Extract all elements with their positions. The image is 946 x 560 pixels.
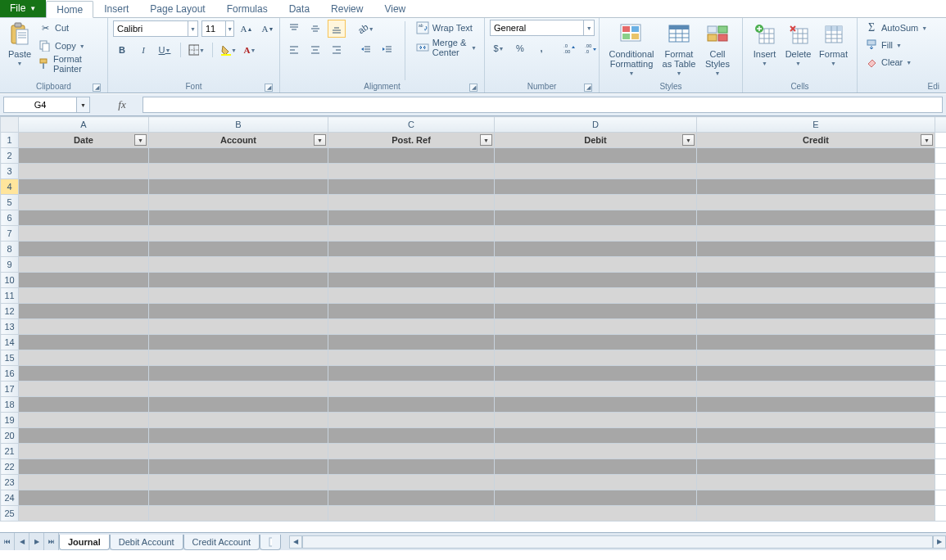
row-header-12[interactable]: 12	[1, 304, 19, 319]
filter-button[interactable]: ▼	[134, 134, 147, 146]
cell-E16[interactable]	[697, 366, 935, 382]
cell-E7[interactable]	[697, 226, 935, 242]
increase-font-button[interactable]: A▲	[238, 20, 256, 38]
cell-E8[interactable]	[697, 242, 935, 257]
cell-E2[interactable]	[697, 148, 935, 164]
cell-C24[interactable]	[328, 490, 495, 506]
dialog-launcher[interactable]: ◢	[584, 84, 592, 92]
filter-button[interactable]: ▼	[480, 134, 492, 146]
cell-D19[interactable]	[495, 413, 697, 428]
row-header-2[interactable]: 2	[1, 148, 19, 164]
increase-decimal-button[interactable]: .0.00	[560, 39, 578, 57]
cell-A13[interactable]	[19, 319, 149, 335]
cell-gutter[interactable]	[935, 428, 947, 444]
cell-C22[interactable]	[328, 459, 495, 475]
cell-A12[interactable]	[19, 304, 149, 319]
cell-gutter[interactable]	[935, 350, 947, 366]
cell-gutter[interactable]	[935, 459, 947, 475]
align-top-button[interactable]	[285, 20, 303, 38]
cell-E4[interactable]	[697, 179, 935, 195]
cell-gutter[interactable]	[935, 366, 947, 382]
row-header-11[interactable]: 11	[1, 288, 19, 304]
cell-E13[interactable]	[697, 319, 935, 335]
align-center-button[interactable]	[306, 41, 324, 59]
cell-gutter[interactable]	[935, 148, 947, 164]
cell-B25[interactable]	[149, 506, 328, 522]
cell-gutter[interactable]	[935, 226, 947, 242]
cell-D16[interactable]	[495, 366, 697, 382]
cell-A11[interactable]	[19, 288, 149, 304]
name-box[interactable]: ▼	[3, 97, 102, 113]
cell-B12[interactable]	[149, 304, 328, 319]
cell-E3[interactable]	[697, 164, 935, 179]
cell-A14[interactable]	[19, 335, 149, 350]
row-header-23[interactable]: 23	[1, 475, 19, 490]
decrease-font-button[interactable]: A▼	[259, 20, 277, 38]
cell-D5[interactable]	[495, 195, 697, 210]
cell-C16[interactable]	[328, 366, 495, 382]
cell-A2[interactable]	[19, 148, 149, 164]
cell-gutter[interactable]	[935, 257, 947, 273]
dialog-launcher[interactable]: ◢	[469, 84, 478, 92]
cell-gutter[interactable]	[935, 335, 947, 350]
row-header-24[interactable]: 24	[1, 490, 19, 506]
ribbon-tab-home[interactable]: Home	[46, 1, 93, 18]
filter-button[interactable]: ▼	[314, 134, 326, 146]
table-header-date[interactable]: Date▼	[19, 133, 149, 148]
ribbon-tab-view[interactable]: View	[373, 0, 416, 17]
orientation-button[interactable]: ab▼	[357, 20, 375, 38]
row-header-10[interactable]: 10	[1, 273, 19, 288]
cell-A8[interactable]	[19, 242, 149, 257]
sheet-nav-prev[interactable]: ◀	[15, 533, 29, 550]
ribbon-tab-insert[interactable]: Insert	[93, 0, 139, 17]
cell-E22[interactable]	[697, 459, 935, 475]
font-name-combo[interactable]: ▼	[113, 20, 198, 37]
row-header-16[interactable]: 16	[1, 366, 19, 382]
cell-D22[interactable]	[495, 459, 697, 475]
cell-gutter[interactable]	[935, 319, 947, 335]
ribbon-tab-review[interactable]: Review	[320, 0, 373, 17]
decrease-decimal-button[interactable]: .00.0	[582, 39, 600, 57]
cell-E14[interactable]	[697, 335, 935, 350]
number-format-input[interactable]	[491, 20, 583, 35]
cell-C5[interactable]	[328, 195, 495, 210]
font-color-button[interactable]: A ▼	[241, 41, 259, 59]
row-header-5[interactable]: 5	[1, 195, 19, 210]
cell-B10[interactable]	[149, 273, 328, 288]
cell-B23[interactable]	[149, 475, 328, 490]
dialog-launcher[interactable]: ◢	[93, 84, 101, 92]
scroll-track[interactable]	[302, 535, 933, 549]
cell-gutter[interactable]	[935, 195, 947, 210]
cell-E21[interactable]	[697, 444, 935, 459]
sheet-tab-credit-account[interactable]: Credit Account	[183, 535, 260, 550]
cell-gutter[interactable]	[935, 133, 947, 148]
bold-button[interactable]: B	[113, 41, 131, 59]
cell-A18[interactable]	[19, 397, 149, 413]
cell-C14[interactable]	[328, 335, 495, 350]
cell-E9[interactable]	[697, 257, 935, 273]
column-header-E[interactable]: E	[697, 117, 935, 133]
cell-E12[interactable]	[697, 304, 935, 319]
cell-B7[interactable]	[149, 226, 328, 242]
cell-styles-button[interactable]: Cell Styles▼	[699, 20, 736, 79]
row-header-25[interactable]: 25	[1, 506, 19, 522]
cell-A16[interactable]	[19, 366, 149, 382]
cell-E17[interactable]	[697, 382, 935, 397]
number-format-combo[interactable]: ▼	[490, 20, 595, 36]
column-header-D[interactable]: D	[495, 117, 697, 133]
dialog-launcher[interactable]: ◢	[265, 84, 273, 92]
cell-A4[interactable]	[19, 179, 149, 195]
cell-gutter[interactable]	[935, 444, 947, 459]
cell-C21[interactable]	[328, 444, 495, 459]
cell-B17[interactable]	[149, 382, 328, 397]
chevron-down-icon[interactable]: ▼	[583, 20, 594, 35]
cell-A21[interactable]	[19, 444, 149, 459]
cell-D6[interactable]	[495, 210, 697, 226]
cell-gutter[interactable]	[935, 179, 947, 195]
cell-C19[interactable]	[328, 413, 495, 428]
cell-A24[interactable]	[19, 490, 149, 506]
merge-center-button[interactable]: Merge & Center ▼	[414, 39, 479, 56]
italic-button[interactable]: I	[134, 41, 152, 59]
cell-A15[interactable]	[19, 350, 149, 366]
select-all-corner[interactable]	[1, 117, 19, 133]
